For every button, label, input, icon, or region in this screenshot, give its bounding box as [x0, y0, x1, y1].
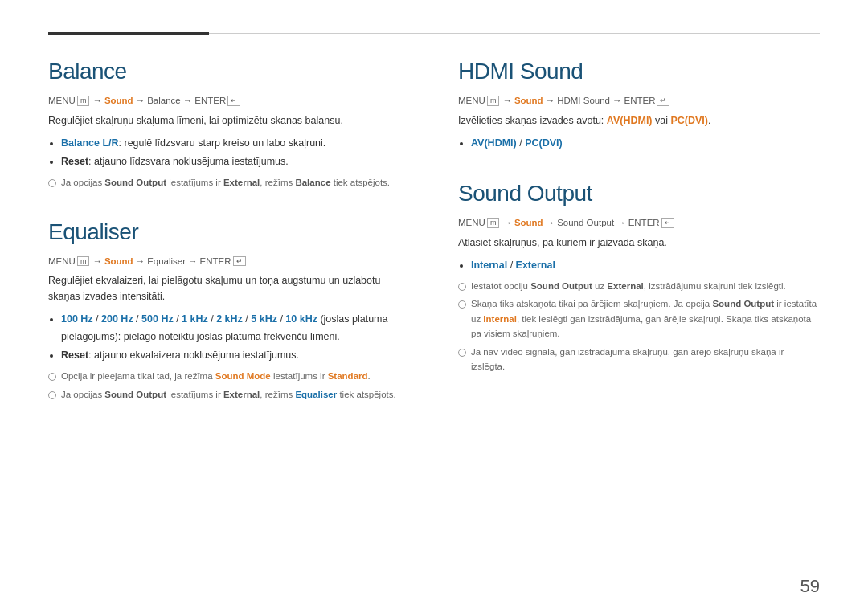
page-container: Balance MENU m → Sound → Balance → ENTER…: [0, 0, 868, 613]
arrow8: →: [546, 96, 555, 105]
sound-output-bullets: Internal / External: [471, 257, 820, 274]
hz-100: 100 Hz: [61, 313, 93, 325]
internal-link: Internal: [471, 260, 507, 271]
menu-text3: MENU: [458, 96, 485, 105]
pc-dvi-link: PC(DVI): [525, 137, 563, 149]
menu-icon3: m: [487, 96, 500, 106]
hdmi-sound-bullets: AV(HDMI) / PC(DVI): [471, 135, 820, 152]
hdmi-sound-menu-path: MENU m → Sound → HDMI Sound → ENTER ↵: [458, 96, 820, 106]
enter-icon4: ↵: [661, 218, 674, 228]
hdmi-sound-section: HDMI Sound MENU m → Sound → HDMI Sound →…: [458, 59, 820, 152]
khz-5: 5 kHz: [251, 313, 277, 325]
balance-bullet-1: Balance L/R: regulē līdzsvaru starp krei…: [61, 135, 410, 152]
equaliser-section: Equaliser MENU m → Sound → Equaliser → E…: [48, 219, 410, 402]
hdmi-sound-body: Izvēlieties skaņas izvades avotu: AV(HDM…: [458, 112, 820, 129]
av-hdmi-link: AV(HDMI): [471, 137, 517, 149]
pc-dvi-text: PC(DVI): [670, 115, 708, 126]
av-hdmi-text: AV(HDMI): [607, 115, 653, 126]
balance-bullets: Balance L/R: regulē līdzsvaru starp krei…: [61, 135, 410, 171]
arrow5: →: [136, 256, 145, 266]
arrow3: →: [183, 96, 193, 105]
sound-output-note-2: Skaņa tiks atskaņota tikai pa ārējiem sk…: [458, 296, 820, 341]
page-number: 59: [800, 576, 820, 597]
hdmi-sound-bullet-1: AV(HDMI) / PC(DVI): [471, 135, 820, 152]
equaliser-title: Equaliser: [48, 219, 410, 245]
sound-output-body: Atlasiet skaļruņus, pa kuriem ir jāizvad…: [458, 235, 820, 251]
sound-output-section: Sound Output MENU m → Sound → Sound Outp…: [458, 181, 820, 374]
top-rule-left: [48, 32, 209, 35]
arrow: →: [92, 96, 102, 105]
sound-output-bullet-1: Internal / External: [471, 257, 820, 274]
balance-bullet-2: Reset: atjauno līdzsvara noklusējuma ies…: [61, 153, 410, 170]
sound-output-note-1: Iestatot opciju Sound Output uz External…: [458, 279, 820, 293]
right-column: HDMI Sound MENU m → Sound → HDMI Sound →…: [458, 59, 820, 431]
equaliser-body: Regulējiet ekvalaizeri, lai pielāgotu sk…: [48, 272, 410, 304]
external-link: External: [516, 260, 555, 271]
equaliser-note-2: Ja opcijas Sound Output iestatījums ir E…: [48, 387, 410, 402]
balance-body: Regulējiet skaļruņu skaļuma līmeni, lai …: [48, 112, 410, 129]
sound-link4: Sound: [514, 218, 543, 227]
menu-text4: MENU: [458, 218, 485, 227]
enter-icon2: ↵: [233, 256, 246, 267]
balance-lr-link: Balance L/R: [61, 137, 119, 149]
menu-text: MENU: [48, 96, 76, 105]
hz-200: 200 Hz: [101, 313, 133, 325]
sound-link2: Sound: [104, 256, 133, 266]
khz-2: 2 kHz: [216, 313, 243, 325]
balance-section: Balance MENU m → Sound → Balance → ENTER…: [48, 59, 410, 190]
arrow9: →: [612, 96, 622, 105]
sound-link3: Sound: [514, 96, 543, 105]
content-columns: Balance MENU m → Sound → Balance → ENTER…: [48, 59, 820, 431]
top-rule-right: [209, 33, 820, 34]
menu-icon: m: [77, 96, 90, 106]
enter-text2: ENTER: [200, 256, 231, 266]
balance-note-1: Ja opcijas Sound Output iestatījums ir E…: [48, 175, 410, 190]
hdmi-sound-title: HDMI Sound: [458, 59, 820, 84]
arrow10: →: [502, 218, 512, 227]
sound-output-note-3: Ja nav video signāla, gan izstrādājuma s…: [458, 345, 820, 374]
arrow11: →: [546, 218, 555, 227]
menu-icon4: m: [487, 218, 500, 228]
arrow4: →: [92, 256, 102, 266]
balance-menu-path: MENU m → Sound → Balance → ENTER ↵: [48, 96, 410, 106]
arrow7: →: [502, 96, 512, 105]
enter-text4: ENTER: [628, 218, 660, 227]
top-divider: [48, 32, 820, 35]
equaliser-link: Equaliser: [147, 256, 186, 266]
hz-500: 500 Hz: [141, 313, 174, 325]
balance-link: Balance: [147, 96, 181, 105]
equaliser-bullets: 100 Hz / 200 Hz / 500 Hz / 1 kHz / 2 kHz…: [61, 311, 410, 364]
menu-icon2: m: [77, 256, 90, 267]
menu-text2: MENU: [48, 256, 76, 266]
equaliser-menu-path: MENU m → Sound → Equaliser → ENTER ↵: [48, 256, 410, 267]
enter-text3: ENTER: [624, 96, 656, 105]
sound-output-title: Sound Output: [458, 181, 820, 206]
balance-title: Balance: [48, 59, 410, 84]
sound-output-link: Sound Output: [557, 218, 614, 227]
arrow12: →: [616, 218, 626, 227]
sound-output-menu-path: MENU m → Sound → Sound Output → ENTER ↵: [458, 218, 820, 228]
equaliser-bullet-1: 100 Hz / 200 Hz / 500 Hz / 1 kHz / 2 kHz…: [61, 311, 410, 345]
khz-1: 1 kHz: [182, 313, 208, 325]
enter-icon: ↵: [227, 96, 240, 106]
arrow6: →: [188, 256, 198, 266]
equaliser-note-1: Opcija ir pieejama tikai tad, ja režīma …: [48, 369, 410, 383]
sound-link: Sound: [104, 96, 133, 105]
khz-10: 10 kHz: [285, 313, 317, 325]
enter-text: ENTER: [194, 96, 226, 105]
arrow2: →: [136, 96, 145, 105]
hdmi-sound-link: HDMI Sound: [557, 96, 610, 105]
enter-icon3: ↵: [657, 96, 669, 106]
equaliser-bullet-2: Reset: atjauno ekvalaizera noklusējuma i…: [61, 347, 410, 364]
left-column: Balance MENU m → Sound → Balance → ENTER…: [48, 59, 410, 431]
